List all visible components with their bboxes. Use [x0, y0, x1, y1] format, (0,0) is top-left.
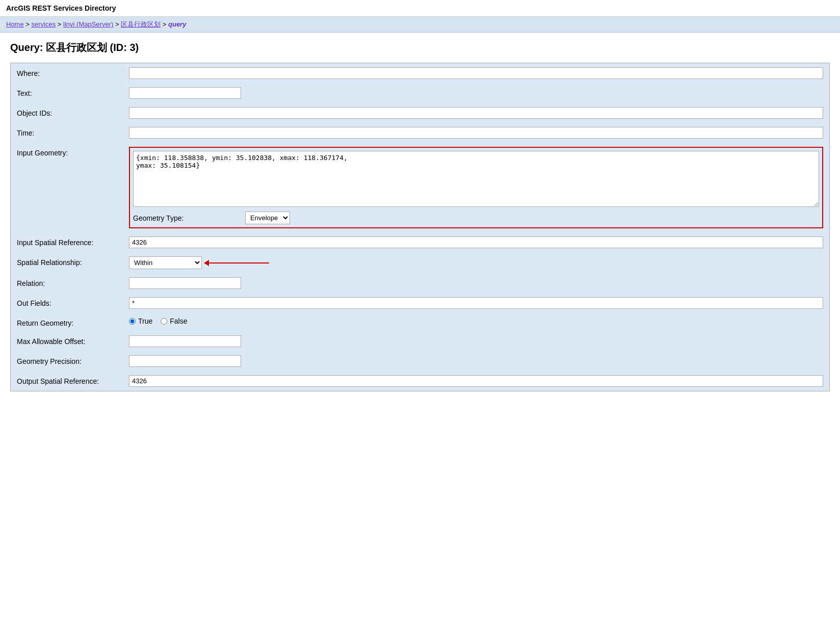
input-spatial-ref-control: [129, 236, 823, 248]
geometry-precision-label: Geometry Precision:: [17, 355, 129, 365]
geometry-type-label: Geometry Type:: [133, 214, 245, 222]
spatial-relationship-control: IntersectsContainsCrossesEnvelopeInterse…: [129, 256, 823, 269]
geometry-precision-control: [129, 355, 823, 367]
out-fields-label: Out Fields:: [17, 297, 129, 307]
where-row: Where:: [11, 63, 829, 83]
output-spatial-ref-label: Output Spatial Reference:: [17, 375, 129, 385]
max-offset-row: Max Allowable Offset:: [11, 331, 829, 351]
breadcrumb-sep3: >: [115, 20, 121, 28]
return-geometry-true-radio[interactable]: [129, 318, 136, 325]
breadcrumb-sep2: >: [58, 20, 63, 28]
text-input[interactable]: [129, 87, 241, 99]
output-spatial-ref-input[interactable]: [129, 375, 823, 387]
max-offset-control: [129, 335, 823, 347]
return-geometry-false-radio[interactable]: [161, 318, 167, 325]
app-header: ArcGIS REST Services Directory: [0, 0, 840, 17]
breadcrumb-current: query: [168, 20, 186, 28]
out-fields-row: Out Fields:: [11, 293, 829, 313]
breadcrumb-mapserver[interactable]: linyi (MapServer): [63, 20, 113, 28]
object-ids-row: Object IDs:: [11, 103, 829, 123]
geometry-precision-row: Geometry Precision:: [11, 351, 829, 371]
time-input[interactable]: [129, 127, 823, 139]
max-offset-input[interactable]: [129, 335, 241, 347]
object-ids-input[interactable]: [129, 107, 823, 119]
radio-group: True False: [129, 317, 188, 325]
object-ids-control: [129, 107, 823, 119]
max-offset-label: Max Allowable Offset:: [17, 335, 129, 346]
time-control: [129, 127, 823, 139]
out-fields-input[interactable]: [129, 297, 823, 309]
text-control: [129, 87, 823, 99]
geometry-type-select[interactable]: EnvelopePointMultipointPolylinePolygon: [245, 212, 290, 224]
where-input[interactable]: [129, 67, 823, 79]
time-label: Time:: [17, 127, 129, 137]
input-geometry-row: Input Geometry: Geometry Type: EnvelopeP…: [11, 143, 829, 232]
text-row: Text:: [11, 83, 829, 103]
out-fields-control: [129, 297, 823, 309]
return-geometry-false-label: False: [170, 317, 187, 325]
geometry-section: Geometry Type: EnvelopePointMultipointPo…: [129, 147, 823, 228]
breadcrumb-bar: Home > services > linyi (MapServer) > 区县…: [0, 17, 840, 33]
breadcrumb-services[interactable]: services: [32, 20, 56, 28]
relation-control: [129, 277, 823, 289]
return-geometry-true-label: True: [138, 317, 152, 325]
input-geometry-textarea[interactable]: [133, 151, 819, 207]
relation-row: Relation:: [11, 273, 829, 293]
spatial-rel-row: IntersectsContainsCrossesEnvelopeInterse…: [129, 256, 269, 269]
query-form-container: Where: Text: Object IDs: Time:: [10, 63, 830, 391]
main-content: Query: 区县行政区划 (ID: 3) Where: Text: Objec…: [0, 33, 840, 400]
spatial-relationship-select[interactable]: IntersectsContainsCrossesEnvelopeInterse…: [129, 256, 202, 269]
text-label: Text:: [17, 87, 129, 97]
spatial-relationship-label: Spatial Relationship:: [17, 256, 129, 267]
breadcrumb-home[interactable]: Home: [6, 20, 24, 28]
geometry-precision-input[interactable]: [129, 355, 241, 367]
output-spatial-ref-control: [129, 375, 823, 387]
output-spatial-ref-row: Output Spatial Reference:: [11, 371, 829, 391]
breadcrumb-layer[interactable]: 区县行政区划: [121, 20, 161, 28]
time-row: Time:: [11, 123, 829, 143]
app-title: ArcGIS REST Services Directory: [6, 4, 116, 12]
input-geometry-control: Geometry Type: EnvelopePointMultipointPo…: [129, 147, 823, 228]
spatial-relationship-row: Spatial Relationship: IntersectsContains…: [11, 252, 829, 273]
return-geometry-label: Return Geometry:: [17, 317, 129, 327]
page-title: Query: 区县行政区划 (ID: 3): [10, 41, 830, 55]
arrow-line: [208, 262, 269, 263]
object-ids-label: Object IDs:: [17, 107, 129, 117]
breadcrumb-sep1: >: [25, 20, 31, 28]
geometry-type-row: Geometry Type: EnvelopePointMultipointPo…: [133, 212, 819, 224]
where-label: Where:: [17, 67, 129, 77]
arrow-annotation: [208, 262, 269, 263]
return-geometry-false-option[interactable]: False: [161, 317, 187, 325]
relation-label: Relation:: [17, 277, 129, 287]
input-spatial-ref-label: Input Spatial Reference:: [17, 236, 129, 247]
input-geometry-label: Input Geometry:: [17, 147, 129, 157]
return-geometry-row: Return Geometry: True False: [11, 313, 829, 331]
return-geometry-control: True False: [129, 317, 823, 325]
input-spatial-ref-row: Input Spatial Reference:: [11, 232, 829, 252]
relation-input[interactable]: [129, 277, 241, 289]
where-control: [129, 67, 823, 79]
breadcrumb-sep4: >: [163, 20, 168, 28]
input-spatial-ref-input[interactable]: [129, 236, 823, 248]
return-geometry-true-option[interactable]: True: [129, 317, 152, 325]
